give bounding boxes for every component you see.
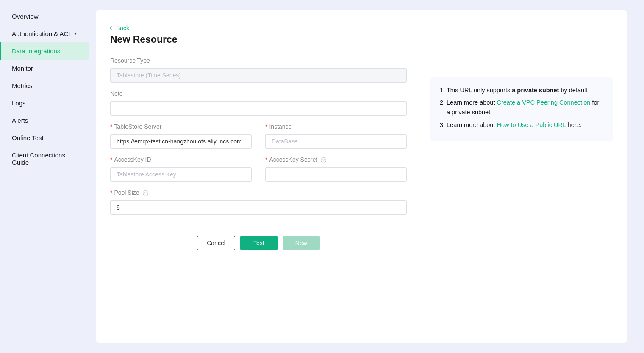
access-key-id-input[interactable] [110, 167, 252, 182]
app-root: Overview Authentication & ACL Data Integ… [0, 0, 644, 353]
form-area: Back New Resource Resource Type Note [110, 24, 407, 329]
sidebar-item-label: Data Integrations [12, 47, 60, 55]
sidebar: Overview Authentication & ACL Data Integ… [0, 0, 89, 353]
main-content: Back New Resource Resource Type Note [89, 0, 644, 353]
button-row: Cancel Test New [110, 236, 407, 250]
new-button: New [283, 236, 320, 250]
required-marker: * [110, 123, 112, 130]
chevron-left-icon [110, 26, 113, 30]
required-marker: * [265, 123, 267, 130]
sidebar-item-online-test[interactable]: Online Test [0, 129, 89, 146]
info-line-1: This URL only supports a private subnet … [447, 85, 604, 95]
test-button[interactable]: Test [240, 236, 278, 250]
pool-size-input[interactable] [110, 200, 407, 215]
content-card: Back New Resource Resource Type Note [96, 10, 627, 343]
page-title: New Resource [110, 34, 407, 45]
sidebar-item-label: Monitor [12, 65, 33, 72]
cancel-button[interactable]: Cancel [197, 236, 235, 250]
chevron-down-icon [74, 33, 77, 35]
help-icon[interactable]: ? [143, 190, 148, 196]
info-line-2: Learn more about Create a VPC Peering Co… [447, 98, 604, 117]
info-panel: This URL only supports a private subnet … [430, 77, 613, 141]
sidebar-item-client-connections-guide[interactable]: Client Connections Guide [0, 146, 89, 171]
sidebar-item-auth-acl[interactable]: Authentication & ACL [0, 25, 89, 42]
sidebar-item-data-integrations[interactable]: Data Integrations [0, 42, 89, 60]
sidebar-item-logs[interactable]: Logs [0, 94, 89, 112]
sidebar-item-label: Overview [12, 13, 39, 20]
access-key-secret-label: *AccessKey Secret ? [265, 156, 407, 163]
sidebar-item-monitor[interactable]: Monitor [0, 60, 89, 77]
sidebar-item-label: Logs [12, 99, 26, 107]
sidebar-item-label: Metrics [12, 82, 32, 89]
info-line-3: Learn more about How to Use a Public URL… [447, 120, 604, 130]
vpc-peering-link[interactable]: Create a VPC Peering Connection [497, 99, 591, 106]
sidebar-item-label: Client Connections Guide [12, 152, 77, 166]
access-key-secret-input[interactable] [265, 167, 407, 182]
sidebar-item-label: Authentication & ACL [12, 30, 72, 37]
public-url-link[interactable]: How to Use a Public URL [497, 121, 566, 128]
back-link[interactable]: Back [110, 25, 129, 31]
pool-size-label: *Pool Size ? [110, 189, 407, 196]
instance-label: *Instance [265, 123, 407, 130]
sidebar-item-label: Alerts [12, 117, 28, 124]
required-marker: * [265, 156, 267, 163]
resource-type-label: Resource Type [110, 57, 407, 64]
access-key-id-label: *AccessKey ID [110, 156, 252, 163]
back-label: Back [116, 25, 129, 31]
server-label: *TableStore Server [110, 123, 252, 130]
note-label: Note [110, 90, 407, 97]
instance-input[interactable] [265, 134, 407, 149]
sidebar-item-overview[interactable]: Overview [0, 8, 89, 25]
sidebar-item-alerts[interactable]: Alerts [0, 112, 89, 129]
server-input[interactable] [110, 134, 252, 149]
required-marker: * [110, 156, 112, 163]
required-marker: * [110, 189, 112, 196]
sidebar-item-metrics[interactable]: Metrics [0, 77, 89, 94]
note-input[interactable] [110, 101, 407, 116]
resource-type-input [110, 68, 407, 83]
help-icon[interactable]: ? [321, 157, 326, 163]
sidebar-item-label: Online Test [12, 134, 44, 141]
